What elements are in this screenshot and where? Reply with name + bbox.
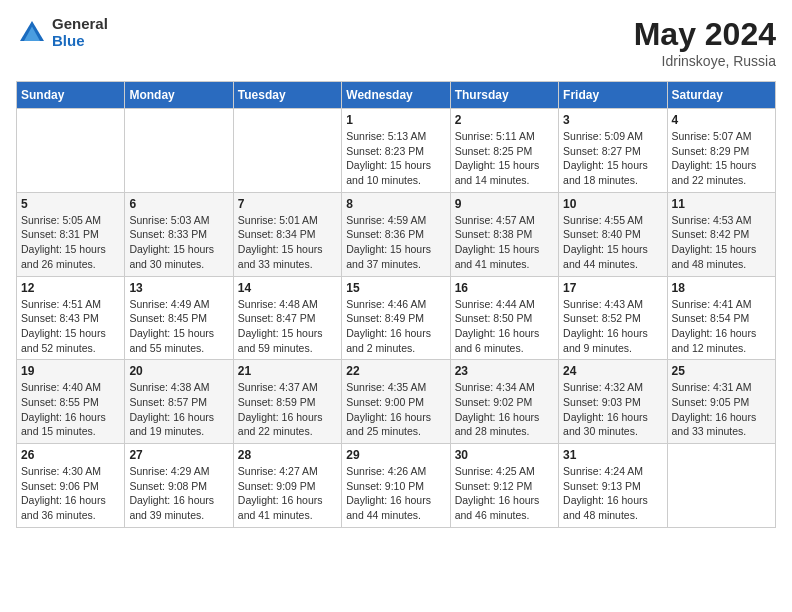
day-number: 16 bbox=[455, 281, 554, 295]
calendar-cell: 2Sunrise: 5:11 AMSunset: 8:25 PMDaylight… bbox=[450, 109, 558, 193]
day-of-week-friday: Friday bbox=[559, 82, 667, 109]
day-info: Sunrise: 4:32 AMSunset: 9:03 PMDaylight:… bbox=[563, 380, 662, 439]
day-number: 4 bbox=[672, 113, 771, 127]
calendar-cell: 24Sunrise: 4:32 AMSunset: 9:03 PMDayligh… bbox=[559, 360, 667, 444]
calendar-header: SundayMondayTuesdayWednesdayThursdayFrid… bbox=[17, 82, 776, 109]
calendar-cell: 26Sunrise: 4:30 AMSunset: 9:06 PMDayligh… bbox=[17, 444, 125, 528]
day-info: Sunrise: 4:57 AMSunset: 8:38 PMDaylight:… bbox=[455, 213, 554, 272]
calendar-cell: 27Sunrise: 4:29 AMSunset: 9:08 PMDayligh… bbox=[125, 444, 233, 528]
calendar-cell: 6Sunrise: 5:03 AMSunset: 8:33 PMDaylight… bbox=[125, 192, 233, 276]
day-number: 6 bbox=[129, 197, 228, 211]
day-info: Sunrise: 4:35 AMSunset: 9:00 PMDaylight:… bbox=[346, 380, 445, 439]
day-info: Sunrise: 4:37 AMSunset: 8:59 PMDaylight:… bbox=[238, 380, 337, 439]
day-info: Sunrise: 4:53 AMSunset: 8:42 PMDaylight:… bbox=[672, 213, 771, 272]
day-number: 9 bbox=[455, 197, 554, 211]
calendar-cell: 23Sunrise: 4:34 AMSunset: 9:02 PMDayligh… bbox=[450, 360, 558, 444]
day-info: Sunrise: 4:26 AMSunset: 9:10 PMDaylight:… bbox=[346, 464, 445, 523]
logo: General Blue bbox=[16, 16, 108, 49]
calendar-cell: 7Sunrise: 5:01 AMSunset: 8:34 PMDaylight… bbox=[233, 192, 341, 276]
day-number: 29 bbox=[346, 448, 445, 462]
day-of-week-saturday: Saturday bbox=[667, 82, 775, 109]
day-info: Sunrise: 4:24 AMSunset: 9:13 PMDaylight:… bbox=[563, 464, 662, 523]
day-number: 7 bbox=[238, 197, 337, 211]
day-number: 14 bbox=[238, 281, 337, 295]
calendar-cell: 25Sunrise: 4:31 AMSunset: 9:05 PMDayligh… bbox=[667, 360, 775, 444]
day-number: 25 bbox=[672, 364, 771, 378]
calendar-cell: 30Sunrise: 4:25 AMSunset: 9:12 PMDayligh… bbox=[450, 444, 558, 528]
logo-blue: Blue bbox=[52, 33, 108, 50]
day-info: Sunrise: 5:03 AMSunset: 8:33 PMDaylight:… bbox=[129, 213, 228, 272]
calendar-cell: 15Sunrise: 4:46 AMSunset: 8:49 PMDayligh… bbox=[342, 276, 450, 360]
day-number: 19 bbox=[21, 364, 120, 378]
calendar-table: SundayMondayTuesdayWednesdayThursdayFrid… bbox=[16, 81, 776, 528]
day-of-week-thursday: Thursday bbox=[450, 82, 558, 109]
day-number: 17 bbox=[563, 281, 662, 295]
calendar-cell: 12Sunrise: 4:51 AMSunset: 8:43 PMDayligh… bbox=[17, 276, 125, 360]
calendar-cell: 11Sunrise: 4:53 AMSunset: 8:42 PMDayligh… bbox=[667, 192, 775, 276]
day-number: 26 bbox=[21, 448, 120, 462]
day-info: Sunrise: 4:49 AMSunset: 8:45 PMDaylight:… bbox=[129, 297, 228, 356]
day-info: Sunrise: 5:01 AMSunset: 8:34 PMDaylight:… bbox=[238, 213, 337, 272]
day-number: 5 bbox=[21, 197, 120, 211]
calendar-cell: 1Sunrise: 5:13 AMSunset: 8:23 PMDaylight… bbox=[342, 109, 450, 193]
day-info: Sunrise: 4:38 AMSunset: 8:57 PMDaylight:… bbox=[129, 380, 228, 439]
calendar-cell: 18Sunrise: 4:41 AMSunset: 8:54 PMDayligh… bbox=[667, 276, 775, 360]
day-number: 30 bbox=[455, 448, 554, 462]
day-info: Sunrise: 4:34 AMSunset: 9:02 PMDaylight:… bbox=[455, 380, 554, 439]
logo-icon bbox=[16, 17, 48, 49]
calendar-cell: 16Sunrise: 4:44 AMSunset: 8:50 PMDayligh… bbox=[450, 276, 558, 360]
logo-general: General bbox=[52, 16, 108, 33]
calendar-cell bbox=[17, 109, 125, 193]
day-info: Sunrise: 4:48 AMSunset: 8:47 PMDaylight:… bbox=[238, 297, 337, 356]
day-number: 15 bbox=[346, 281, 445, 295]
calendar-cell: 5Sunrise: 5:05 AMSunset: 8:31 PMDaylight… bbox=[17, 192, 125, 276]
day-of-week-monday: Monday bbox=[125, 82, 233, 109]
calendar-cell: 21Sunrise: 4:37 AMSunset: 8:59 PMDayligh… bbox=[233, 360, 341, 444]
day-info: Sunrise: 4:25 AMSunset: 9:12 PMDaylight:… bbox=[455, 464, 554, 523]
day-number: 3 bbox=[563, 113, 662, 127]
page-header: General Blue May 2024 Idrinskoye, Russia bbox=[16, 16, 776, 69]
day-number: 8 bbox=[346, 197, 445, 211]
day-info: Sunrise: 4:44 AMSunset: 8:50 PMDaylight:… bbox=[455, 297, 554, 356]
day-number: 28 bbox=[238, 448, 337, 462]
calendar-cell bbox=[125, 109, 233, 193]
day-number: 31 bbox=[563, 448, 662, 462]
day-info: Sunrise: 4:55 AMSunset: 8:40 PMDaylight:… bbox=[563, 213, 662, 272]
day-number: 23 bbox=[455, 364, 554, 378]
day-number: 11 bbox=[672, 197, 771, 211]
calendar-cell: 13Sunrise: 4:49 AMSunset: 8:45 PMDayligh… bbox=[125, 276, 233, 360]
day-info: Sunrise: 4:31 AMSunset: 9:05 PMDaylight:… bbox=[672, 380, 771, 439]
day-info: Sunrise: 4:43 AMSunset: 8:52 PMDaylight:… bbox=[563, 297, 662, 356]
calendar-cell: 4Sunrise: 5:07 AMSunset: 8:29 PMDaylight… bbox=[667, 109, 775, 193]
calendar-cell: 8Sunrise: 4:59 AMSunset: 8:36 PMDaylight… bbox=[342, 192, 450, 276]
day-of-week-wednesday: Wednesday bbox=[342, 82, 450, 109]
calendar-cell: 10Sunrise: 4:55 AMSunset: 8:40 PMDayligh… bbox=[559, 192, 667, 276]
day-info: Sunrise: 4:40 AMSunset: 8:55 PMDaylight:… bbox=[21, 380, 120, 439]
day-info: Sunrise: 4:51 AMSunset: 8:43 PMDaylight:… bbox=[21, 297, 120, 356]
days-of-week-row: SundayMondayTuesdayWednesdayThursdayFrid… bbox=[17, 82, 776, 109]
logo-text: General Blue bbox=[52, 16, 108, 49]
calendar-cell bbox=[667, 444, 775, 528]
calendar-cell: 20Sunrise: 4:38 AMSunset: 8:57 PMDayligh… bbox=[125, 360, 233, 444]
day-info: Sunrise: 5:13 AMSunset: 8:23 PMDaylight:… bbox=[346, 129, 445, 188]
day-info: Sunrise: 4:46 AMSunset: 8:49 PMDaylight:… bbox=[346, 297, 445, 356]
week-row-5: 26Sunrise: 4:30 AMSunset: 9:06 PMDayligh… bbox=[17, 444, 776, 528]
day-info: Sunrise: 5:05 AMSunset: 8:31 PMDaylight:… bbox=[21, 213, 120, 272]
day-number: 21 bbox=[238, 364, 337, 378]
week-row-1: 1Sunrise: 5:13 AMSunset: 8:23 PMDaylight… bbox=[17, 109, 776, 193]
day-number: 1 bbox=[346, 113, 445, 127]
day-of-week-sunday: Sunday bbox=[17, 82, 125, 109]
day-info: Sunrise: 4:30 AMSunset: 9:06 PMDaylight:… bbox=[21, 464, 120, 523]
title-block: May 2024 Idrinskoye, Russia bbox=[634, 16, 776, 69]
calendar-cell: 9Sunrise: 4:57 AMSunset: 8:38 PMDaylight… bbox=[450, 192, 558, 276]
day-number: 22 bbox=[346, 364, 445, 378]
calendar-cell: 29Sunrise: 4:26 AMSunset: 9:10 PMDayligh… bbox=[342, 444, 450, 528]
calendar-cell: 19Sunrise: 4:40 AMSunset: 8:55 PMDayligh… bbox=[17, 360, 125, 444]
calendar-cell: 22Sunrise: 4:35 AMSunset: 9:00 PMDayligh… bbox=[342, 360, 450, 444]
calendar-location: Idrinskoye, Russia bbox=[634, 53, 776, 69]
calendar-cell: 3Sunrise: 5:09 AMSunset: 8:27 PMDaylight… bbox=[559, 109, 667, 193]
calendar-cell: 28Sunrise: 4:27 AMSunset: 9:09 PMDayligh… bbox=[233, 444, 341, 528]
calendar-cell: 31Sunrise: 4:24 AMSunset: 9:13 PMDayligh… bbox=[559, 444, 667, 528]
day-number: 12 bbox=[21, 281, 120, 295]
calendar-cell: 14Sunrise: 4:48 AMSunset: 8:47 PMDayligh… bbox=[233, 276, 341, 360]
